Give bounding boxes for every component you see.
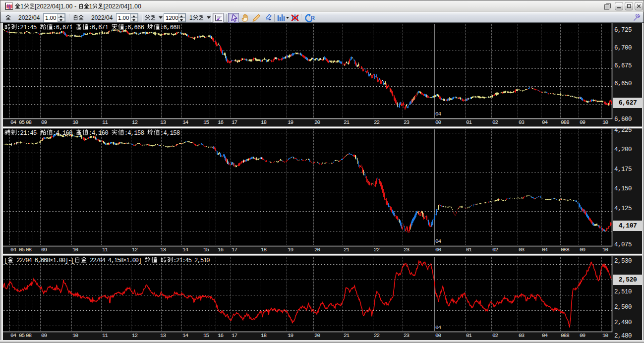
svg-text:R: R bbox=[311, 15, 315, 21]
